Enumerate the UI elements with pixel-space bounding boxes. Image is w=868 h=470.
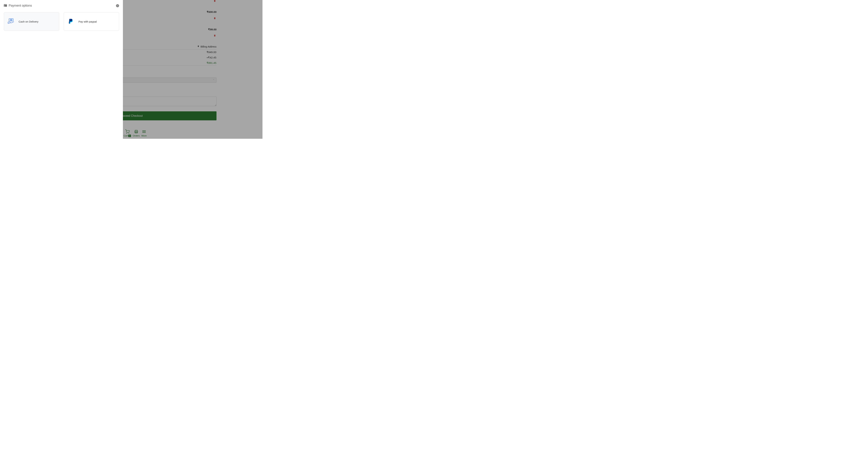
modal-header: Payment options [4, 4, 119, 7]
modal-title: Payment options [9, 4, 32, 7]
payment-options-list: $ Cash on Delivery Pay with paypal [4, 12, 119, 31]
payment-option-label: Pay with paypal [79, 20, 97, 23]
paypal-icon [67, 18, 74, 25]
modal-title-group: Payment options [4, 4, 32, 7]
payment-options-panel: Payment options $ Cash on Delivery [0, 0, 123, 139]
chevron-left-icon [117, 5, 118, 7]
payment-option-cash-on-delivery[interactable]: $ Cash on Delivery [4, 12, 59, 31]
payment-option-paypal[interactable]: Pay with paypal [64, 12, 119, 31]
back-button[interactable] [116, 4, 119, 7]
card-icon [4, 4, 7, 7]
svg-rect-10 [4, 6, 5, 6]
payment-option-label: Cash on Delivery [19, 20, 38, 23]
cash-delivery-icon: $ [7, 18, 14, 25]
svg-rect-8 [4, 4, 7, 5]
